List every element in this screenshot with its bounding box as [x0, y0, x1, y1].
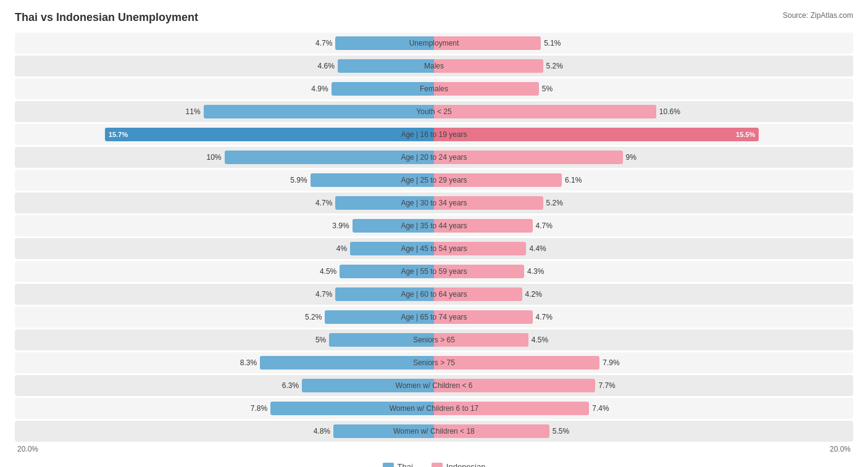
bar-indonesian [434, 379, 595, 392]
bar-thai [332, 82, 434, 96]
bar-row: 4%4.4%Age | 45 to 54 years [15, 238, 853, 259]
bar-thai [335, 196, 434, 210]
value-left: 10% [206, 153, 221, 162]
bar-thai [204, 105, 434, 118]
bar-thai [333, 424, 434, 438]
value-right: 4.7% [536, 313, 553, 321]
value-left-inline: 15.7% [109, 131, 128, 138]
bar-row: 4.6%5.2%Males [15, 56, 853, 76]
bar-row: 4.9%5%Females [15, 78, 853, 99]
bar-thai [311, 173, 434, 187]
legend: Thai Indonesian [15, 462, 853, 467]
bar-indonesian [434, 287, 522, 301]
value-left: 4.9% [311, 85, 328, 93]
value-right: 4.5% [532, 336, 548, 344]
value-right: 5.2% [546, 62, 563, 70]
value-left: 11% [186, 107, 201, 116]
chart-source: Source: ZipAtlas.com [783, 11, 853, 20]
bar-thai [338, 59, 434, 73]
bar-indonesian [434, 310, 533, 324]
value-left: 7.8% [251, 404, 267, 413]
value-right: 7.4% [592, 404, 609, 413]
value-right: 4.3% [527, 267, 544, 276]
axis-row: 20.0% 20.0% [15, 444, 853, 456]
bar-indonesian [434, 151, 623, 164]
bar-thai [225, 151, 435, 164]
bar-thai [270, 402, 434, 415]
value-right-inline: 15.5% [736, 131, 755, 138]
value-left: 4.8% [314, 427, 330, 436]
bar-row: 10%9%Age | 20 to 24 years [15, 147, 853, 168]
bar-row: 4.7%5.1%Unemployment [15, 33, 853, 54]
bar-indonesian [434, 265, 524, 278]
bar-indonesian [434, 402, 589, 415]
value-right: 6.1% [565, 176, 582, 184]
bar-indonesian [434, 333, 528, 347]
bar-thai [335, 36, 434, 50]
value-left: 4.7% [315, 199, 332, 207]
legend-box-indonesian [432, 463, 443, 468]
bar-row: 5.9%6.1%Age | 25 to 29 years [15, 170, 853, 191]
bar-indonesian [434, 173, 562, 187]
value-right: 4.7% [536, 221, 553, 230]
legend-item-indonesian: Indonesian [432, 462, 486, 467]
bar-row: 6.3%7.7%Women w/ Children < 6 [15, 375, 853, 396]
bar-thai [302, 379, 434, 392]
bar-indonesian [434, 196, 543, 210]
value-right: 7.7% [598, 381, 615, 390]
bar-row: 4.8%5.5%Women w/ Children < 18 [15, 421, 853, 442]
value-left: 4.7% [315, 290, 332, 299]
bar-indonesian [434, 59, 543, 73]
value-right: 5.2% [546, 199, 563, 207]
value-left: 3.9% [332, 221, 349, 230]
value-left: 4.6% [317, 62, 334, 70]
bar-thai [350, 242, 434, 255]
bar-row: 7.8%7.4%Women w/ Children 6 to 17 [15, 398, 853, 419]
bar-row: 5.2%4.7%Age | 65 to 74 years [15, 307, 853, 328]
bar-thai [335, 287, 434, 301]
value-right: 7.9% [603, 358, 619, 367]
chart-title: Thai vs Indonesian Unemployment [15, 11, 198, 24]
value-right: 4.4% [529, 244, 546, 253]
value-left: 4% [336, 244, 347, 253]
value-left: 4.7% [315, 39, 332, 48]
value-left: 5.9% [290, 176, 307, 184]
bar-indonesian [434, 105, 656, 118]
legend-item-thai: Thai [383, 462, 413, 467]
bar-indonesian [434, 242, 526, 255]
value-right: 9% [626, 153, 636, 162]
value-right: 5.5% [553, 427, 569, 436]
value-left: 5% [315, 336, 326, 344]
legend-box-thai [383, 463, 394, 468]
value-right: 5% [542, 85, 553, 93]
bar-indonesian [434, 356, 599, 370]
chart-header: Thai vs Indonesian Unemployment Source: … [15, 11, 853, 24]
value-left: 8.3% [240, 358, 257, 367]
bar-row: 15.7%15.5%Age | 16 to 19 years [15, 124, 853, 145]
bar-row: 4.7%4.2%Age | 60 to 64 years [15, 284, 853, 305]
bar-thai [260, 356, 434, 370]
bar-thai [340, 265, 434, 278]
bar-row: 8.3%7.9%Seniors > 75 [15, 352, 853, 373]
bar-thai [325, 310, 434, 324]
bar-thai [329, 333, 434, 347]
value-left: 4.5% [320, 267, 336, 276]
chart-body: 4.7%5.1%Unemployment4.6%5.2%Males4.9%5%F… [15, 33, 853, 442]
bar-indonesian: 15.5% [434, 128, 759, 141]
axis-right: 20.0% [434, 445, 853, 453]
bar-thai: 15.7% [105, 128, 434, 141]
bar-indonesian [434, 424, 549, 438]
bar-indonesian [434, 36, 541, 50]
value-right: 5.1% [544, 39, 561, 48]
bar-thai [353, 219, 434, 233]
legend-label-indonesian: Indonesian [446, 462, 486, 467]
bar-row: 4.7%5.2%Age | 30 to 34 years [15, 192, 853, 213]
value-right: 4.2% [525, 290, 542, 299]
legend-label-thai: Thai [398, 462, 413, 467]
chart-container: Thai vs Indonesian Unemployment Source: … [0, 0, 868, 467]
bar-row: 11%10.6%Youth < 25 [15, 101, 853, 122]
value-left: 6.3% [282, 381, 299, 390]
value-right: 10.6% [659, 107, 680, 116]
value-left: 5.2% [305, 313, 322, 321]
bar-row: 5%4.5%Seniors > 65 [15, 329, 853, 350]
